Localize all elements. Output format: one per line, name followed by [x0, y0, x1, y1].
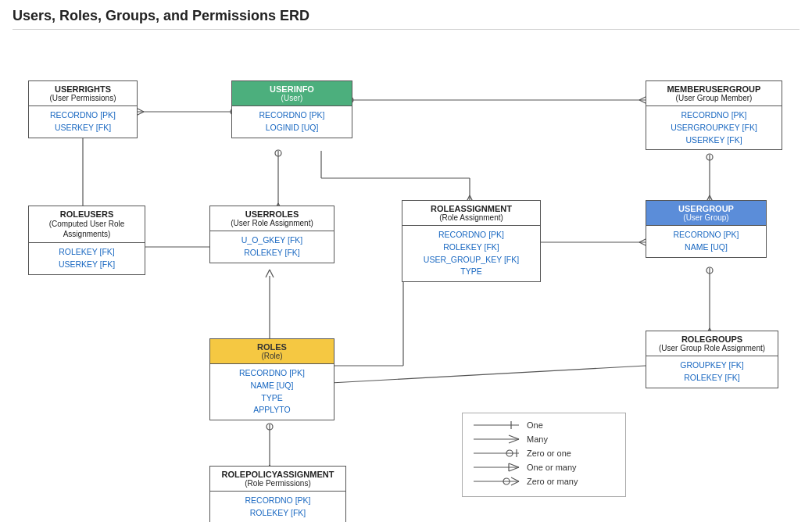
userrights-field-1: USERKEY [FK]: [35, 122, 131, 134]
entity-userrights: USERRIGHTS (User Permissions) RECORDNO […: [28, 80, 138, 138]
legend-zero-or-many: Zero or many: [474, 476, 614, 487]
roleassignment-field-2: USER_GROUP_KEY [FK]: [409, 254, 534, 266]
svg-point-11: [275, 150, 281, 156]
entity-roles: ROLES (Role) RECORDNO [PK] NAME [UQ] TYP…: [209, 338, 334, 420]
page: Users, Roles, Groups, and Permissions ER…: [0, 0, 812, 522]
roleusers-field-1: USERKEY [FK]: [35, 259, 138, 271]
userinfo-subtitle: (User): [237, 94, 347, 102]
roleusers-header: ROLEUSERS (Computed User RoleAssignments…: [29, 206, 145, 243]
legend-zero-or-many-line: [474, 476, 520, 487]
userroles-field-0: U_O_GKEY [FK]: [216, 234, 327, 247]
rolegroups-field-1: ROLEKEY [FK]: [653, 372, 771, 384]
legend-one-or-many: One or many: [474, 462, 614, 473]
roles-body: RECORDNO [PK] NAME [UQ] TYPE APPLYTO: [210, 364, 334, 420]
rolegroups-name: ROLEGROUPS: [651, 334, 773, 344]
rolegroups-subtitle: (User Group Role Assignment): [651, 344, 773, 352]
entity-usergroup: USERGROUP (User Group) RECORDNO [PK] NAM…: [646, 200, 767, 258]
usergroup-subtitle: (User Group): [651, 213, 761, 222]
page-title: Users, Roles, Groups, and Permissions ER…: [13, 8, 799, 24]
userinfo-field-0: RECORDNO [PK]: [238, 109, 345, 122]
memberusergroup-field-1: USERGROUPKEY [FK]: [653, 122, 775, 134]
entity-rolegroups: ROLEGROUPS (User Group Role Assignment) …: [646, 331, 778, 388]
userroles-header: USERROLES (User Role Assignment): [210, 206, 334, 231]
roleassignment-header: ROLEASSIGNMENT (Role Assignment): [402, 201, 540, 226]
roleassignment-name: ROLEASSIGNMENT: [407, 204, 535, 213]
legend-zero-or-one-label: Zero or one: [527, 449, 571, 458]
svg-line-35: [331, 366, 646, 383]
legend-many-line: [474, 434, 520, 445]
userrights-field-0: RECORDNO [PK]: [35, 109, 131, 122]
userinfo-header: USERINFO (User): [232, 81, 352, 106]
svg-line-55: [509, 467, 519, 471]
userroles-subtitle: (User Role Assignment): [215, 219, 329, 227]
svg-line-48: [509, 439, 519, 443]
entity-roleassignment: ROLEASSIGNMENT (Role Assignment) RECORDN…: [402, 200, 541, 282]
userinfo-field-1: LOGINID [UQ]: [238, 122, 345, 134]
legend-zero-or-one: Zero or one: [474, 448, 614, 459]
userrights-body: RECORDNO [PK] USERKEY [FK]: [29, 106, 137, 138]
roles-field-2: TYPE: [216, 392, 327, 405]
usergroup-header: USERGROUP (User Group): [646, 201, 766, 226]
entity-memberusergroup: MEMBERUSERGROUP (User Group Member) RECO…: [646, 80, 782, 150]
entity-userroles: USERROLES (User Role Assignment) U_O_GKE…: [209, 206, 334, 263]
svg-line-47: [509, 435, 519, 439]
userrights-subtitle: (User Permissions): [34, 94, 132, 102]
roleassignment-field-1: ROLEKEY [FK]: [409, 241, 534, 254]
title-divider: [13, 29, 799, 30]
memberusergroup-header: MEMBERUSERGROUP (User Group Member): [646, 81, 782, 106]
userrights-header: USERRIGHTS (User Permissions): [29, 81, 137, 106]
svg-line-58: [511, 477, 519, 481]
roles-field-3: APPLYTO: [216, 404, 327, 417]
userroles-body: U_O_GKEY [FK] ROLEKEY [FK]: [210, 231, 334, 263]
userrights-name: USERRIGHTS: [34, 84, 132, 94]
rolepolicyassignment-field-0: RECORDNO [PK]: [216, 495, 339, 507]
svg-point-34: [706, 267, 713, 274]
svg-line-22: [270, 270, 274, 277]
entity-roleusers: ROLEUSERS (Computed User RoleAssignments…: [28, 206, 145, 275]
roles-header: ROLES (Role): [210, 339, 334, 364]
legend-zero-or-one-line: [474, 448, 520, 459]
legend-one-label: One: [527, 420, 543, 430]
svg-line-59: [511, 481, 519, 485]
usergroup-name: USERGROUP: [651, 204, 761, 213]
roles-field-0: RECORDNO [PK]: [216, 367, 327, 380]
roleassignment-body: RECORDNO [PK] ROLEKEY [FK] USER_GROUP_KE…: [402, 226, 540, 281]
legend: One Many: [462, 413, 626, 497]
entity-rolepolicyassignment: ROLEPOLICYASSIGNMENT (Role Permissions) …: [209, 466, 346, 522]
usergroup-field-0: RECORDNO [PK]: [653, 229, 760, 241]
memberusergroup-body: RECORDNO [PK] USERGROUPKEY [FK] USERKEY …: [646, 106, 782, 149]
legend-one-line: [474, 420, 520, 431]
roleusers-field-0: ROLEKEY [FK]: [35, 246, 138, 259]
roles-name: ROLES: [215, 342, 329, 352]
rolegroups-field-0: GROUPKEY [FK]: [653, 359, 771, 372]
roleusers-subtitle: (Computed User RoleAssignments): [34, 219, 140, 239]
svg-line-54: [509, 463, 519, 467]
svg-point-30: [706, 154, 713, 160]
rolepolicyassignment-header: ROLEPOLICYASSIGNMENT (Role Permissions): [210, 467, 345, 492]
rolegroups-body: GROUPKEY [FK] ROLEKEY [FK]: [646, 356, 778, 388]
rolepolicyassignment-field-1: ROLEKEY [FK]: [216, 507, 339, 520]
legend-one-or-many-label: One or many: [527, 463, 577, 472]
memberusergroup-field-0: RECORDNO [PK]: [653, 109, 775, 122]
roles-subtitle: (Role): [215, 352, 329, 360]
roleassignment-field-3: TYPE: [409, 266, 534, 278]
userinfo-body: RECORDNO [PK] LOGINID [UQ]: [232, 106, 352, 138]
memberusergroup-subtitle: (User Group Member): [651, 94, 777, 102]
roleusers-name: ROLEUSERS: [34, 209, 140, 219]
legend-one-or-many-line: [474, 462, 520, 473]
legend-many: Many: [474, 434, 614, 445]
memberusergroup-name: MEMBERUSERGROUP: [651, 84, 777, 94]
userinfo-name: USERINFO: [237, 84, 347, 94]
legend-many-label: Many: [527, 434, 548, 444]
usergroup-body: RECORDNO [PK] NAME [UQ]: [646, 226, 766, 257]
svg-point-39: [266, 424, 273, 430]
rolepolicyassignment-name: ROLEPOLICYASSIGNMENT: [215, 470, 341, 479]
roles-field-1: NAME [UQ]: [216, 380, 327, 392]
rolepolicyassignment-body: RECORDNO [PK] ROLEKEY [FK]: [210, 492, 345, 522]
usergroup-field-1: NAME [UQ]: [653, 241, 760, 254]
legend-zero-or-many-label: Zero or many: [527, 477, 578, 486]
rolegroups-header: ROLEGROUPS (User Group Role Assignment): [646, 331, 778, 356]
svg-line-21: [266, 270, 270, 277]
userroles-name: USERROLES: [215, 209, 329, 219]
roleassignment-field-0: RECORDNO [PK]: [409, 229, 534, 241]
